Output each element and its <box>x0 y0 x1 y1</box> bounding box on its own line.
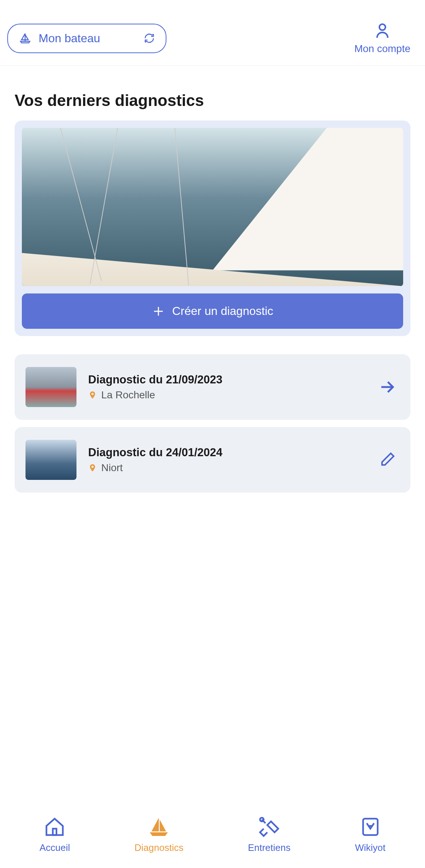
nav-home-label: Accueil <box>39 842 70 853</box>
header: Mon bateau Mon compte <box>0 0 425 66</box>
hero-boat-image <box>22 128 403 286</box>
diagnostic-item[interactable]: Diagnostic du 21/09/2023 La Rochelle <box>15 354 410 420</box>
diagnostic-location-text: Niort <box>101 462 123 474</box>
nav-diagnostics-label: Diagnostics <box>134 842 183 853</box>
nav-wiki-label: Wikiyot <box>355 842 386 853</box>
svg-rect-6 <box>363 819 378 835</box>
boat-selector-button[interactable]: Mon bateau <box>7 24 166 53</box>
diagnostic-thumbnail <box>25 440 76 480</box>
book-icon <box>359 816 381 838</box>
home-icon <box>44 816 66 838</box>
diagnostics-list: Diagnostic du 21/09/2023 La Rochelle <box>15 354 410 493</box>
location-pin-icon <box>88 462 97 473</box>
nav-diagnostics[interactable]: Diagnostics <box>134 816 183 853</box>
location-pin-icon <box>88 390 97 401</box>
diagnostic-location-text: La Rochelle <box>101 389 155 401</box>
boat-selector-label: Mon bateau <box>39 32 100 45</box>
tools-icon <box>258 816 280 838</box>
diagnostic-info: Diagnostic du 24/01/2024 Niort <box>88 446 367 474</box>
diagnostic-info: Diagnostic du 21/09/2023 La Rochelle <box>88 373 367 401</box>
user-icon <box>373 22 391 40</box>
nav-home[interactable]: Accueil <box>39 816 70 853</box>
svg-rect-4 <box>53 829 56 835</box>
my-account-button[interactable]: Mon compte <box>354 22 410 55</box>
content-area: Vos derniers diagnostics Créer un diagno… <box>0 66 425 507</box>
arrow-right-icon <box>378 378 396 396</box>
page-title: Vos derniers diagnostics <box>15 91 410 110</box>
nav-wiki[interactable]: Wikiyot <box>355 816 386 853</box>
hero-card: Créer un diagnostic <box>15 121 410 336</box>
refresh-icon <box>144 33 155 44</box>
diagnostic-location: Niort <box>88 462 367 474</box>
diagnostic-location: La Rochelle <box>88 389 367 401</box>
diagnostic-title: Diagnostic du 24/01/2024 <box>88 446 367 459</box>
create-diagnostic-button[interactable]: Créer un diagnostic <box>22 293 403 329</box>
nav-maintenance[interactable]: Entretiens <box>248 816 291 853</box>
boat-icon <box>148 816 170 838</box>
diagnostic-thumbnail <box>25 367 76 407</box>
create-button-label: Créer un diagnostic <box>172 304 273 318</box>
boat-icon <box>19 32 31 44</box>
plus-icon <box>152 305 165 318</box>
nav-maintenance-label: Entretiens <box>248 842 291 853</box>
diagnostic-title: Diagnostic du 21/09/2023 <box>88 373 367 386</box>
edit-icon <box>378 451 396 469</box>
svg-point-0 <box>379 24 386 30</box>
my-account-label: Mon compte <box>354 43 410 55</box>
bottom-navigation: Accueil Diagnostics Entretiens <box>0 805 425 868</box>
diagnostic-item[interactable]: Diagnostic du 24/01/2024 Niort <box>15 427 410 493</box>
